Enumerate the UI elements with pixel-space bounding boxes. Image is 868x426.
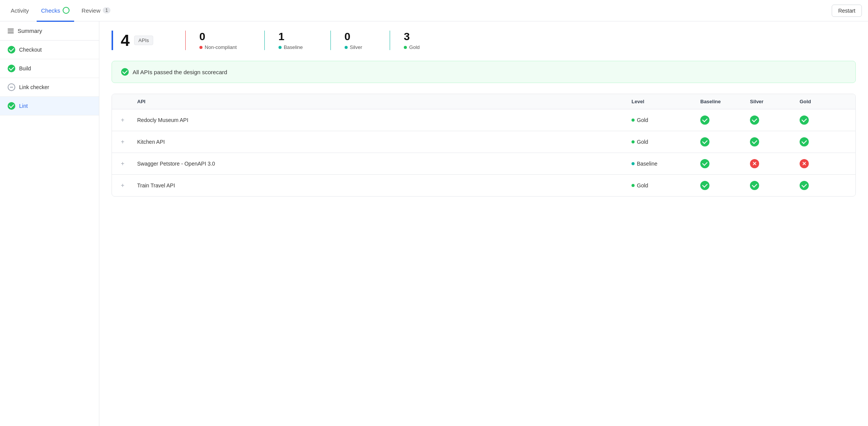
check-icon (750, 181, 759, 190)
lint-status-icon (8, 102, 15, 110)
stat-gold: 3 Gold (404, 31, 433, 50)
table-row: + Train Travel API Gold (112, 175, 855, 196)
api-table: API Level Baseline Silver Gold + Redocly… (112, 94, 856, 197)
divider-baseline (264, 31, 265, 50)
level-dot (632, 162, 635, 165)
success-message: All APIs passed the design scorecard (133, 69, 227, 75)
expand-button[interactable]: + (118, 115, 127, 125)
expand-button[interactable]: + (118, 137, 127, 146)
level-dot (632, 140, 635, 143)
gold-check (800, 115, 849, 125)
gold-dot (404, 46, 407, 49)
top-nav: Activity Checks Review 1 Restart (0, 0, 868, 21)
lint-label: Lint (19, 103, 28, 109)
x-icon: ✕ (800, 159, 809, 168)
gold-text: Gold (409, 44, 419, 50)
baseline-label: Baseline (279, 44, 303, 50)
review-label: Review (82, 7, 100, 14)
level-badge: Gold (632, 117, 700, 123)
col-api: API (137, 99, 632, 104)
sidebar-item-checkout[interactable]: Checkout (0, 41, 99, 59)
level-dot (632, 119, 635, 122)
non-compliant-dot (199, 46, 202, 49)
table-header: API Level Baseline Silver Gold (112, 94, 855, 109)
level-text: Baseline (637, 161, 657, 167)
silver-dot (345, 46, 348, 49)
sidebar-summary: Summary (0, 21, 99, 41)
link-checker-label: Link checker (19, 84, 49, 90)
level-text: Gold (637, 139, 648, 145)
divider-non-compliant (185, 31, 186, 50)
main-content: 4 APIs 0 Non-compliant 1 Baseline (99, 21, 868, 426)
apis-badge: APIs (134, 36, 153, 45)
level-dot (632, 184, 635, 187)
stat-silver: 0 Silver (345, 31, 376, 50)
check-icon (800, 115, 809, 125)
silver-count: 0 (345, 31, 363, 43)
check-icon (700, 181, 709, 190)
stat-non-compliant: 0 Non-compliant (199, 31, 251, 50)
sidebar: Summary Checkout Build Link checker Lint (0, 21, 99, 426)
api-name: Train Travel API (137, 182, 632, 189)
col-gold: Gold (800, 99, 849, 104)
table-row: + Redocly Museum API Gold (112, 109, 855, 131)
gold-check (800, 137, 849, 146)
divider-silver (330, 31, 331, 50)
baseline-check (700, 115, 750, 125)
nav-activity[interactable]: Activity (6, 0, 34, 22)
non-compliant-text: Non-compliant (205, 44, 237, 50)
restart-button[interactable]: Restart (832, 5, 862, 17)
silver-check (750, 115, 800, 125)
nav-checks[interactable]: Checks (37, 0, 74, 22)
non-compliant-count: 0 (199, 31, 237, 43)
check-icon (800, 181, 809, 190)
api-count-number: 4 (121, 33, 130, 49)
baseline-check (700, 159, 750, 168)
level-badge: Baseline (632, 161, 700, 167)
sidebar-item-link-checker[interactable]: Link checker (0, 78, 99, 97)
checkout-label: Checkout (19, 47, 42, 53)
build-label: Build (19, 65, 31, 72)
review-badge: 1 (103, 7, 111, 13)
summary-label: Summary (18, 28, 42, 34)
level-text: Gold (637, 182, 648, 189)
level-badge: Gold (632, 139, 700, 145)
checkout-status-icon (8, 46, 15, 54)
baseline-dot (279, 46, 282, 49)
sidebar-item-lint[interactable]: Lint (0, 97, 99, 115)
success-check-icon (121, 68, 129, 76)
check-icon (750, 115, 759, 125)
col-baseline: Baseline (700, 99, 750, 104)
nav-review[interactable]: Review 1 (77, 0, 115, 22)
check-icon (700, 115, 709, 125)
api-count-stat: 4 APIs (112, 31, 172, 50)
silver-check: ✕ (750, 159, 800, 168)
success-banner: All APIs passed the design scorecard (112, 61, 856, 83)
check-icon (750, 137, 759, 146)
gold-label: Gold (404, 44, 419, 50)
api-name: Kitchen API (137, 139, 632, 145)
api-name: Swagger Petstore - OpenAPI 3.0 (137, 161, 632, 167)
gold-check: ✕ (800, 159, 849, 168)
silver-check (750, 137, 800, 146)
check-icon (700, 159, 709, 168)
sidebar-item-build[interactable]: Build (0, 59, 99, 78)
table-row: + Kitchen API Gold (112, 131, 855, 153)
baseline-check (700, 181, 750, 190)
link-checker-status-icon (8, 83, 15, 91)
expand-button[interactable]: + (118, 159, 127, 168)
checks-status-icon (63, 7, 70, 14)
build-status-icon (8, 65, 15, 72)
baseline-count: 1 (279, 31, 303, 43)
col-expand (118, 99, 137, 104)
hamburger-icon (8, 29, 14, 33)
baseline-text: Baseline (284, 44, 303, 50)
expand-button[interactable]: + (118, 181, 127, 190)
col-level: Level (632, 99, 700, 104)
check-icon (700, 137, 709, 146)
check-icon (800, 137, 809, 146)
non-compliant-label: Non-compliant (199, 44, 237, 50)
divider-gold (390, 31, 390, 50)
gold-count: 3 (404, 31, 419, 43)
silver-check (750, 181, 800, 190)
